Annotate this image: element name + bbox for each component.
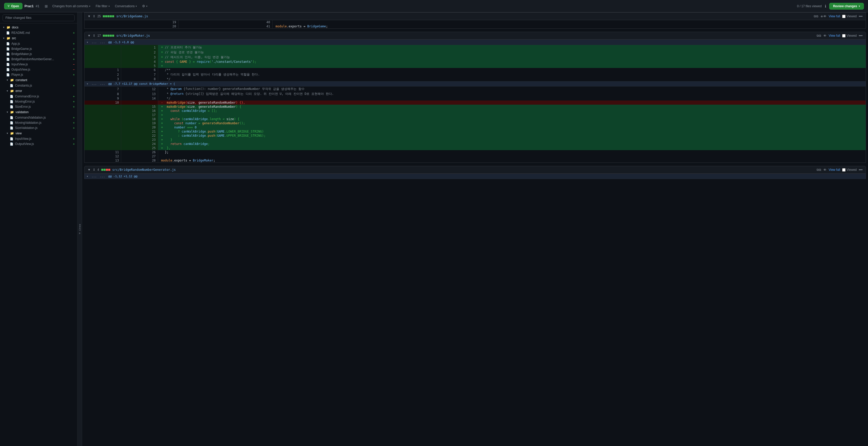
file-actions-bridgemaker: 👁 View full Viewed •••	[823, 34, 863, 38]
file-icon-outputview: 📄	[6, 68, 10, 71]
file-bridgerandomjs[interactable]: 📄 BridgeRandomNumberGener... +	[0, 57, 77, 62]
folder-validation[interactable]: ▼ 📁 validation	[0, 109, 77, 115]
old-line-num	[85, 121, 121, 125]
new-line-num: 19	[121, 121, 158, 125]
file-sizeerrorjs[interactable]: 📄 SizeError.js +	[0, 104, 77, 109]
file-sizevalidationjs[interactable]: 📄 SizeValidation.js +	[0, 125, 77, 130]
old-line-num	[85, 50, 121, 55]
file-view-outputviewjs[interactable]: 📄 OutputView.js +	[0, 141, 77, 147]
line-content: + : canWalkBridge.push(GAME.UPPER_BRIDGE…	[158, 133, 866, 138]
more-btn-bridgegame[interactable]: •••	[859, 14, 863, 18]
view-full-bridgegame[interactable]: View full	[829, 14, 840, 18]
folder-view[interactable]: ▼ 📁 view	[0, 130, 77, 136]
line-content: +	[158, 113, 866, 117]
inputview-badge: −	[73, 63, 75, 66]
info-icon[interactable]: ℹ	[825, 4, 826, 8]
file-playerjs[interactable]: 📄 Player.js +	[0, 72, 77, 77]
table-row: 8 13 * @return {string[]} 입력받은 길이에 해당하는 …	[85, 91, 866, 96]
file-name-bridgerandom: src/BridgeRandomNumberGenerator.js	[113, 168, 814, 172]
line-content: + return canWalkBridge;	[158, 142, 866, 146]
ctree-label: Ctree	[79, 224, 81, 231]
old-line-num	[85, 125, 121, 129]
file-commanderrorjs[interactable]: 📄 CommandError.js +	[0, 94, 77, 99]
nav-conversations[interactable]: Conversations ▾	[113, 3, 139, 9]
copy-icon-bridgemaker[interactable]: ⧉	[816, 34, 821, 37]
file-outputviewjs[interactable]: 📄 OutputView.js −	[0, 67, 77, 72]
file-constantsjs[interactable]: 📄 Constants.js +	[0, 83, 77, 88]
viewed-checkbox-bridgegame[interactable]	[842, 15, 845, 18]
folder-docs[interactable]: ▼ 📁 docs	[0, 25, 77, 30]
filter-changed-files-input[interactable]	[3, 14, 75, 21]
file-view-inputviewjs[interactable]: 📄 InputView.js +	[0, 136, 77, 141]
chevron-down-icon-err: ▼	[6, 90, 8, 92]
expand-icon-3[interactable]: ▾	[87, 175, 88, 178]
new-line-num: 20	[121, 125, 158, 129]
copy-icon-bridgegame[interactable]: ⧉	[814, 14, 818, 18]
movingerror-label: MovingError.js	[15, 100, 71, 103]
diff-bars-bridgemaker	[103, 35, 114, 37]
chevron-down-icon2: ▾	[108, 5, 110, 7]
table-row: 3 + // 메서드의 인자, 이름, 타입 변경 불가능	[85, 55, 866, 60]
review-changes-button[interactable]: Review changes ▾	[829, 3, 864, 9]
more-btn-bridgemaker[interactable]: •••	[859, 34, 863, 38]
file-icon-sizeval: 📄	[10, 126, 13, 130]
nav-changes-all-commits[interactable]: Changes from all commits ▾	[51, 3, 93, 9]
table-row: 24 + return canWalkBridge;	[85, 142, 866, 146]
new-line-num: 22	[121, 133, 158, 138]
new-line-num: 25	[121, 146, 158, 150]
chevron-down-icon-const: ▼	[6, 79, 8, 81]
folder-constant[interactable]: ▼ 📁 constant	[0, 77, 77, 83]
old-line-num	[85, 142, 121, 146]
diff-bar-bm-5	[112, 35, 114, 37]
eye-icon-bridgerandom: 👁	[823, 168, 827, 172]
folder-icon-val: 📁	[10, 110, 14, 114]
view-full-bridgemaker[interactable]: View full	[829, 34, 840, 37]
table-row: 9 14 */	[85, 96, 866, 100]
file-readme[interactable]: 📄 README.md +	[0, 30, 77, 35]
gear-icon: ⚙	[142, 4, 145, 8]
ctree-panel[interactable]: Ctree ≡	[78, 12, 82, 446]
nav-changes-label: Changes from all commits	[53, 4, 88, 8]
expand-icon-2[interactable]: ▾	[87, 82, 88, 86]
viewed-checkbox-bridgemaker[interactable]	[842, 34, 845, 37]
expand-up-icon[interactable]: ▾	[87, 40, 88, 44]
file-count-bridgegame: 25	[97, 14, 101, 18]
table-row: 1 + // 프로퍼티 추가 불가능	[85, 45, 866, 50]
hunk-header-3: ▾ ... ... @@ -1,12 +1,12 @@	[85, 174, 866, 179]
viewed-checkbox-bridgerandom[interactable]	[842, 168, 845, 172]
constants-badge: +	[73, 84, 75, 87]
file-commandvalidationjs[interactable]: 📄 CommandValidation.js +	[0, 115, 77, 120]
folder-src[interactable]: ▼ 📁 src	[0, 35, 77, 41]
file-bridgegamejs[interactable]: 📄 BridgeGame.js +	[0, 46, 77, 52]
view-label: view	[16, 131, 75, 135]
expand-dots-2: ...	[100, 40, 105, 44]
file-inputviewjs[interactable]: 📄 InputView.js −	[0, 62, 77, 67]
table-row: 2 7 * 다리의 길이를 입력 받아서 다리를 생성해주는 역할을 한다.	[85, 72, 866, 77]
collapse-bridgerandom[interactable]: ▼	[88, 168, 91, 172]
more-btn-bridgerandom[interactable]: •••	[859, 168, 863, 172]
file-bridgemakerjs[interactable]: 📄 BridgeMaker.js +	[0, 52, 77, 57]
open-button[interactable]: ⑂ Open	[4, 3, 23, 9]
copy-icon-bridgerandom[interactable]: ⧉	[816, 168, 821, 172]
line-content: /**	[158, 68, 866, 72]
nav-settings[interactable]: ⚙ ▾	[140, 3, 150, 9]
collapse-bridgemaker[interactable]: ▼	[88, 34, 91, 37]
topbar: ⑂ Open Prac1 #1 ⊞ Changes from all commi…	[0, 0, 868, 12]
line-content: * 다리의 길이를 입력 받아서 다리를 생성해주는 역할을 한다.	[158, 72, 866, 77]
pr-num: #1	[36, 4, 39, 8]
readme-badge: +	[73, 31, 75, 34]
file-appjs[interactable]: 📄 App.js +	[0, 41, 77, 46]
collapse-bridgegame[interactable]: ▼	[88, 14, 91, 18]
diff-table-bridgemaker: ▾ ... ... @@ -1,3 +1,8 @@ 1 + // 프로퍼티 추가…	[84, 39, 866, 163]
hunk-at-2: @@ -7,7 +12,17 @@ const BridgeMaker = {	[108, 82, 175, 86]
table-row: 3 8 */	[85, 77, 866, 81]
old-line-num	[85, 64, 121, 68]
file-movingvalidationjs[interactable]: 📄 MovingValidation.js +	[0, 120, 77, 125]
view-full-bridgerandom[interactable]: View full	[829, 168, 840, 172]
new-line-num: 1	[121, 45, 158, 50]
folder-error[interactable]: ▼ 📁 error	[0, 88, 77, 94]
nav-file-filter[interactable]: File filter ▾	[94, 3, 112, 9]
file-name-bridgegame: src/BridgeGame.js	[116, 14, 811, 18]
new-line-num: 40	[178, 20, 272, 24]
file-movingerrorjs[interactable]: 📄 MovingError.js +	[0, 99, 77, 104]
